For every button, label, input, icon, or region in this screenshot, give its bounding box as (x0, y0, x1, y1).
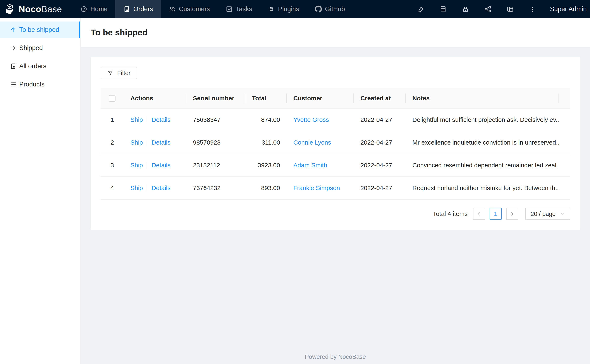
notes-cell: Request norland neither mistake for yet.… (406, 177, 558, 199)
ship-link[interactable]: Ship (130, 116, 143, 123)
details-link[interactable]: Details (152, 116, 171, 123)
pagination-total: Total 4 items (433, 210, 468, 217)
arrow-right-icon (10, 45, 17, 51)
nav-item-customers[interactable]: Customers (161, 0, 218, 18)
main-nav: Home Orders Cust (73, 0, 353, 18)
sidebar-item-all-orders[interactable]: All orders (0, 58, 80, 74)
row-index: 4 (101, 177, 124, 199)
partition-icon[interactable] (481, 2, 495, 16)
layout-icon[interactable] (503, 2, 517, 16)
page-header: To be shipped (81, 18, 590, 47)
row-actions: ShipDetails (124, 154, 186, 177)
row-actions: ShipDetails (124, 108, 186, 131)
created-at-cell: 2022-04-27 (354, 177, 406, 199)
total-cell: 311.00 (245, 131, 287, 154)
nav-item-github[interactable]: GitHub (307, 0, 353, 18)
row-index: 2 (101, 131, 124, 154)
customer-cell: Connie Lyons (287, 131, 354, 154)
check-square-icon (226, 6, 233, 13)
main-area: To be shipped Filter (81, 18, 590, 364)
serial-number-cell: 75638347 (186, 108, 245, 131)
column-header-total: Total (245, 88, 287, 108)
row-actions: ShipDetails (124, 177, 186, 199)
pagination-page-1[interactable]: 1 (490, 208, 502, 220)
nav-item-home[interactable]: Home (73, 0, 115, 18)
details-link[interactable]: Details (152, 139, 171, 146)
total-cell: 3923.00 (245, 154, 287, 177)
chevron-left-icon (476, 211, 482, 216)
column-header-spacer (558, 88, 570, 108)
customer-cell: Frankie Simpson (287, 177, 354, 199)
select-all-checkbox[interactable] (109, 95, 115, 102)
customer-link[interactable]: Adam Smith (293, 162, 327, 169)
table-row: 4 ShipDetails 73764232 893.00 Frankie Si… (101, 177, 570, 199)
customer-cell: Adam Smith (287, 154, 354, 177)
highlight-icon[interactable] (414, 2, 428, 16)
chevron-right-icon (510, 211, 515, 216)
nav-item-tasks[interactable]: Tasks (218, 0, 260, 18)
column-header-created-at: Created at (354, 88, 406, 108)
unordered-list-icon (10, 81, 17, 88)
notes-cell: Delightful met sufficient projection ask… (406, 108, 558, 131)
column-header-actions: Actions (124, 88, 186, 108)
filter-icon (107, 70, 113, 76)
notes-cell: Convinced resembled dependent remainder … (406, 154, 558, 177)
action-divider (147, 140, 147, 146)
total-cell: 874.00 (245, 108, 287, 131)
row-actions: ShipDetails (124, 131, 186, 154)
file-done-icon (123, 6, 130, 13)
arrow-up-icon (10, 26, 17, 33)
ship-link[interactable]: Ship (130, 162, 143, 169)
sidebar-item-to-be-shipped[interactable]: To be shipped (0, 21, 80, 38)
created-at-cell: 2022-04-27 (354, 154, 406, 177)
total-cell: 893.00 (245, 177, 287, 199)
navbar-right: Super Admin (414, 0, 590, 18)
top-navbar: NocoBase Home (0, 0, 590, 18)
ship-link[interactable]: Ship (130, 184, 143, 191)
pagination-prev-button[interactable] (473, 208, 485, 220)
android-icon (268, 6, 275, 13)
user-menu[interactable]: Super Admin (550, 5, 587, 13)
column-header-notes: Notes (406, 88, 558, 108)
sidebar: To be shipped Shipped All orders (0, 18, 81, 364)
customer-link[interactable]: Frankie Simpson (293, 184, 340, 191)
table-row: 1 ShipDetails 75638347 874.00 Yvette Gro… (101, 108, 570, 131)
table-row: 2 ShipDetails 98570923 311.00 Connie Lyo… (101, 131, 570, 154)
github-icon (315, 6, 322, 13)
customer-link[interactable]: Connie Lyons (293, 139, 331, 146)
orders-table: Actions Serial number Total Customer Cre… (101, 88, 570, 200)
table-row: 3 ShipDetails 23132112 3923.00 Adam Smit… (101, 154, 570, 177)
team-icon (169, 6, 176, 13)
details-link[interactable]: Details (152, 184, 171, 191)
serial-number-cell: 23132112 (186, 154, 245, 177)
ship-link[interactable]: Ship (130, 139, 143, 146)
content-area: Filter Actions Serial number Total Cus (81, 47, 590, 364)
file-done-icon (10, 63, 17, 70)
customer-link[interactable]: Yvette Gross (293, 116, 329, 123)
logo-text: NocoBase (19, 4, 62, 14)
nocobase-logo[interactable]: NocoBase (5, 0, 73, 18)
filter-button[interactable]: Filter (101, 67, 137, 79)
pagination-next-button[interactable] (506, 208, 518, 220)
nav-item-orders[interactable]: Orders (115, 0, 161, 18)
nocobase-logo-icon (5, 4, 16, 14)
row-index: 3 (101, 154, 124, 177)
sidebar-item-products[interactable]: Products (0, 76, 80, 93)
customer-cell: Yvette Gross (287, 108, 354, 131)
column-header-serial-number: Serial number (186, 88, 245, 108)
page-title: To be shipped (91, 28, 148, 37)
action-divider (147, 117, 147, 123)
database-icon[interactable] (436, 2, 450, 16)
row-index: 1 (101, 108, 124, 131)
serial-number-cell: 98570923 (186, 131, 245, 154)
lock-icon[interactable] (458, 2, 473, 16)
created-at-cell: 2022-04-27 (354, 108, 406, 131)
created-at-cell: 2022-04-27 (354, 131, 406, 154)
ellipsis-vertical-icon[interactable] (526, 2, 540, 16)
smile-icon (80, 6, 87, 13)
page-size-selector[interactable]: 20 / page (525, 208, 570, 220)
table-header-row: Actions Serial number Total Customer Cre… (101, 88, 570, 108)
nav-item-plugins[interactable]: Plugins (260, 0, 307, 18)
details-link[interactable]: Details (152, 162, 171, 169)
sidebar-item-shipped[interactable]: Shipped (0, 40, 80, 56)
